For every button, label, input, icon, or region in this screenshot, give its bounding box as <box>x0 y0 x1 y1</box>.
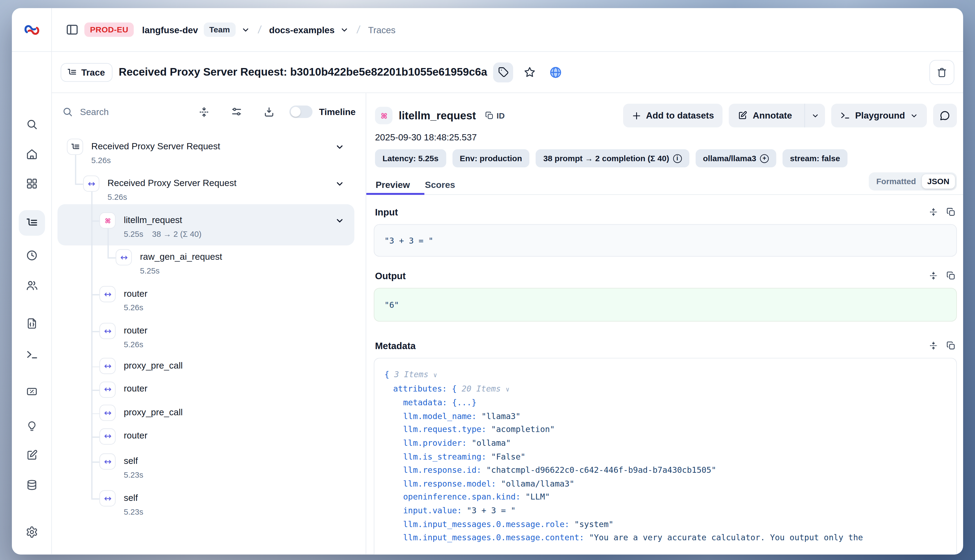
tab-preview[interactable]: Preview <box>376 180 410 190</box>
search-icon[interactable] <box>25 118 38 130</box>
tree-row[interactable]: router5.26s <box>52 281 366 318</box>
collapse-all-icon[interactable] <box>198 106 210 118</box>
search-placeholder: Search <box>80 107 109 117</box>
observation-badge[interactable]: stream: false <box>783 149 848 167</box>
tree-row[interactable]: Received Proxy Server Request5.26s <box>52 170 366 207</box>
bookmark-star-button[interactable] <box>520 62 540 82</box>
copy-id-button[interactable]: ID <box>485 111 505 120</box>
annotate-button[interactable]: Annotate <box>729 104 825 127</box>
tracing-icon[interactable] <box>25 217 38 229</box>
top-header: PROD-EU langfuse-dev Team / docs-example… <box>52 8 963 52</box>
timeline-toggle[interactable] <box>290 105 313 118</box>
tree-row-title: router <box>124 430 147 440</box>
tree-row[interactable]: proxy_pre_call <box>52 355 366 378</box>
tree-row[interactable]: self5.23s <box>52 485 366 522</box>
datasets-database-icon[interactable] <box>25 479 38 492</box>
span-arrows-icon <box>99 358 115 374</box>
tree-row[interactable]: router <box>52 378 366 402</box>
json-line: llm.response.id: "chatcmpl-d96622c0-c642… <box>384 463 946 477</box>
insights-lightbulb-icon[interactable] <box>25 420 38 433</box>
json-line: openinference.span.kind: "LLM" <box>384 490 946 504</box>
filter-settings-icon[interactable] <box>231 106 242 118</box>
chevron-down-icon[interactable] <box>335 216 345 225</box>
observation-timestamp: 2025-09-30 18:48:25.537 <box>375 132 963 142</box>
tree-row-title: litellm_request <box>124 215 182 225</box>
tree-search-input[interactable]: Search <box>62 106 178 117</box>
chevron-down-icon[interactable] <box>335 142 345 152</box>
annotation-queues-icon[interactable] <box>25 449 38 462</box>
environment-badge[interactable]: PROD-EU <box>84 22 134 37</box>
comments-button[interactable] <box>933 104 957 127</box>
breadcrumb-section[interactable]: Traces <box>368 25 395 35</box>
json-line: attributes: { 20 Items ∨ <box>384 382 946 396</box>
tree-row-duration: 5.25s38 → 2 (Σ 40) <box>124 229 202 239</box>
copy-section-icon[interactable] <box>947 271 956 280</box>
tree-row-title: self <box>124 493 138 503</box>
copy-section-icon[interactable] <box>947 341 956 350</box>
org-name[interactable]: langfuse-dev <box>142 25 198 35</box>
langfuse-logo-icon[interactable] <box>24 23 39 37</box>
tree-row[interactable]: self5.23s <box>52 448 366 485</box>
screen: PROD-EU langfuse-dev Team / docs-example… <box>0 0 975 560</box>
tree-row[interactable]: proxy_pre_call <box>52 402 366 425</box>
prompts-icon[interactable] <box>25 317 38 330</box>
project-chevron-down-icon[interactable] <box>340 25 349 34</box>
info-circle-icon[interactable]: i <box>673 154 682 163</box>
delete-trace-button[interactable] <box>929 60 955 85</box>
tree-rows: Received Proxy Server Request5.26sReceiv… <box>52 134 366 555</box>
settings-gear-icon[interactable] <box>25 526 38 538</box>
json-line: llm.model_name: "llama3" <box>384 410 946 423</box>
breadcrumb-separator: / <box>257 23 262 36</box>
copy-section-icon[interactable] <box>947 207 956 217</box>
tab-scores[interactable]: Scores <box>425 180 455 190</box>
collapse-section-icon[interactable] <box>929 341 938 350</box>
download-icon[interactable] <box>263 106 275 118</box>
playground-button[interactable]: Playground <box>831 104 927 127</box>
tree-row[interactable]: raw_gen_ai_request5.25s <box>52 244 366 281</box>
collapse-section-icon[interactable] <box>929 271 938 280</box>
observation-badge[interactable]: Latency: 5.25s <box>375 149 446 167</box>
org-chevron-down-icon[interactable] <box>241 25 250 34</box>
format-option-json[interactable]: JSON <box>921 174 955 188</box>
tree-row-title: raw_gen_ai_request <box>140 252 222 262</box>
home-icon[interactable] <box>25 148 38 160</box>
dashboard-icon[interactable] <box>25 177 38 190</box>
breadcrumb-project[interactable]: docs-examples <box>269 25 334 35</box>
tree-row-title: self <box>124 456 138 466</box>
observation-badge[interactable]: Env: production <box>452 149 530 167</box>
tree-row[interactable]: router <box>52 425 366 448</box>
tree-row[interactable]: Received Proxy Server Request5.26s <box>52 134 366 170</box>
tree-controls: Search Timeline <box>52 93 366 118</box>
json-line: llm.input_messages.0.message.content: "Y… <box>384 531 946 544</box>
desktop-background: PROD-EU langfuse-dev Team / docs-example… <box>0 0 975 560</box>
span-arrows-icon <box>115 249 132 265</box>
observation-badge[interactable]: ollama/llama3+ <box>695 149 776 167</box>
collapse-section-icon[interactable] <box>929 207 938 217</box>
observation-badge[interactable]: 38 prompt → 2 completion (Σ 40)i <box>536 149 689 167</box>
annotate-dropdown-chevron[interactable] <box>804 104 825 127</box>
json-line: input.value: "3 + 3 = " <box>384 504 946 517</box>
format-option-formatted[interactable]: Formatted <box>871 174 922 188</box>
chevron-down-icon[interactable] <box>335 179 345 189</box>
sessions-clock-icon[interactable] <box>25 249 38 262</box>
metadata-section-label: Metadata <box>375 340 416 351</box>
users-icon[interactable] <box>25 279 38 292</box>
tree-row[interactable]: router5.26s <box>52 318 366 355</box>
sidebar-toggle-icon[interactable] <box>66 23 79 37</box>
evaluation-icon[interactable] <box>25 385 38 398</box>
tree-row-title: Received Proxy Server Request <box>107 178 236 188</box>
plus-circle-icon[interactable]: + <box>760 154 769 163</box>
playground-terminal-icon[interactable] <box>25 348 38 361</box>
add-to-datasets-button[interactable]: Add to datasets <box>623 104 723 127</box>
tree-row[interactable]: litellm_request5.25s38 → 2 (Σ 40) <box>52 207 366 244</box>
trace-title: Received Proxy Server Request: b3010b422… <box>119 66 487 79</box>
detail-scroll-area[interactable]: Input "3 + 3 = " Output <box>366 195 963 555</box>
tags-button[interactable] <box>493 62 513 82</box>
id-label: ID <box>497 111 505 120</box>
tree-row-duration: 5.23s <box>124 507 143 517</box>
trace-type-badge[interactable]: Trace <box>60 63 112 81</box>
public-globe-icon[interactable] <box>546 62 566 82</box>
span-arrows-icon <box>83 175 99 192</box>
metadata-json-viewer[interactable]: { 3 Items ∨attributes: { 20 Items ∨metad… <box>374 358 957 555</box>
support-lifebuoy-icon[interactable] <box>25 554 38 554</box>
